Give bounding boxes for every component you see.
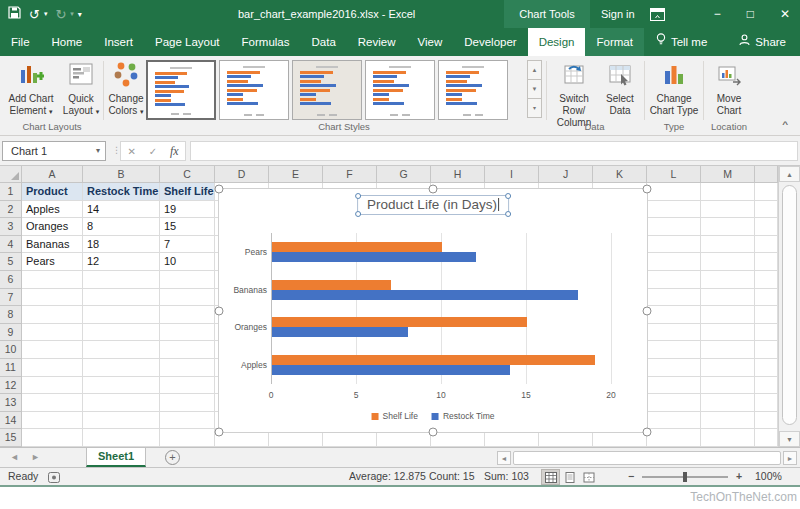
cell-L10[interactable] [647,341,701,359]
chart-legend[interactable]: Shelf LifeRestock Time [372,411,495,421]
cell-A5[interactable]: Pears [22,253,83,271]
cell-A13[interactable] [22,394,83,412]
row-header-1[interactable]: 1 [0,183,22,201]
cell-B11[interactable] [83,359,160,377]
cell-15[interactable] [755,429,778,447]
cell-C10[interactable] [160,341,215,359]
cell-L2[interactable] [647,201,701,219]
row-header-9[interactable]: 9 [0,324,22,342]
cell-M2[interactable] [701,201,755,219]
column-header-[interactable] [755,166,778,183]
cell-A6[interactable] [22,271,83,289]
cell-M5[interactable] [701,253,755,271]
tab-review[interactable]: Review [347,28,407,56]
customize-qat-icon[interactable]: ▾ [78,10,82,19]
chart-style-thumbnail-1[interactable] [146,60,216,120]
cell-L4[interactable] [647,236,701,254]
view-page-layout-icon[interactable] [560,469,579,485]
column-header-G[interactable]: G [377,166,431,183]
column-header-F[interactable]: F [323,166,377,183]
zoom-slider-thumb[interactable] [683,472,687,482]
cell-14[interactable] [755,412,778,430]
tab-formulas[interactable]: Formulas [231,28,301,56]
cell-A1[interactable]: Product [22,183,83,201]
cell-A7[interactable] [22,289,83,307]
cell-M8[interactable] [701,306,755,324]
cell-B9[interactable] [83,324,160,342]
insert-function-icon[interactable]: fx [170,144,179,159]
cell-M14[interactable] [701,412,755,430]
cell-M7[interactable] [701,289,755,307]
cell-A3[interactable]: Oranges [22,218,83,236]
cell-C11[interactable] [160,359,215,377]
enter-icon[interactable]: ✓ [149,146,157,157]
bar-restock-time-pears[interactable] [272,252,476,262]
row-header-5[interactable]: 5 [0,253,22,271]
cell-L13[interactable] [647,394,701,412]
scroll-down-icon[interactable]: ▼ [779,431,800,447]
close-button[interactable]: ✕ [780,7,790,21]
horizontal-scrollbar-thumb[interactable] [513,451,781,465]
legend-item-shelf-life[interactable]: Shelf Life [372,411,418,421]
cell-A2[interactable]: Apples [22,201,83,219]
cell-M11[interactable] [701,359,755,377]
cell-L8[interactable] [647,306,701,324]
collapse-ribbon-icon[interactable]: ^ [782,120,788,129]
bar-restock-time-oranges[interactable] [272,327,408,337]
tab-design[interactable]: Design [528,28,586,56]
cell-11[interactable] [755,359,778,377]
chart-selection-handle[interactable] [215,306,224,315]
cell-B13[interactable] [83,394,160,412]
row-header-13[interactable]: 13 [0,394,22,412]
hscroll-left-icon[interactable]: ◄ [497,451,511,465]
cell-M12[interactable] [701,377,755,395]
cell-6[interactable] [755,271,778,289]
gallery-scroll-up-icon[interactable]: ▲ [527,60,542,80]
bar-shelf-life-apples[interactable] [272,355,595,365]
formula-input[interactable] [190,141,798,161]
cell-B7[interactable] [83,289,160,307]
cell-10[interactable] [755,341,778,359]
bar-restock-time-apples[interactable] [272,365,510,375]
hscroll-right-icon[interactable]: ► [783,451,797,465]
column-header-D[interactable]: D [215,166,269,183]
tab-view[interactable]: View [407,28,454,56]
select-data-button[interactable]: Select Data [600,60,640,117]
cell-M15[interactable] [701,429,755,447]
cell-B12[interactable] [83,377,160,395]
cell-13[interactable] [755,394,778,412]
cell-A10[interactable] [22,341,83,359]
cell-C12[interactable] [160,377,215,395]
tab-developer[interactable]: Developer [453,28,527,56]
cell-C7[interactable] [160,289,215,307]
cell-C4[interactable]: 7 [160,236,215,254]
name-box-dropdown-icon[interactable]: ▾ [96,142,100,160]
cell-A11[interactable] [22,359,83,377]
name-box[interactable]: Chart 1 ▾ [2,141,106,161]
row-header-4[interactable]: 4 [0,236,22,254]
cell-L11[interactable] [647,359,701,377]
cell-2[interactable] [755,201,778,219]
row-header-2[interactable]: 2 [0,201,22,219]
cell-C9[interactable] [160,324,215,342]
move-chart-button[interactable]: Move Chart [707,60,751,117]
cell-A8[interactable] [22,306,83,324]
column-header-I[interactable]: I [485,166,539,183]
cell-C1[interactable]: Shelf Life [160,183,215,201]
cell-B1[interactable]: Restock Time [83,183,160,201]
scroll-up-icon[interactable]: ▲ [779,166,800,182]
gallery-scroll-down-icon[interactable]: ▼ [527,79,542,99]
cell-C14[interactable] [160,412,215,430]
bar-shelf-life-bananas[interactable] [272,280,391,290]
cell-L14[interactable] [647,412,701,430]
column-header-B[interactable]: B [83,166,160,183]
cell-A15[interactable] [22,429,83,447]
cell-C15[interactable] [160,429,215,447]
cell-M9[interactable] [701,324,755,342]
cell-B10[interactable] [83,341,160,359]
cell-C13[interactable] [160,394,215,412]
cell-12[interactable] [755,377,778,395]
cell-4[interactable] [755,236,778,254]
tab-file[interactable]: File [0,28,41,56]
row-header-11[interactable]: 11 [0,359,22,377]
